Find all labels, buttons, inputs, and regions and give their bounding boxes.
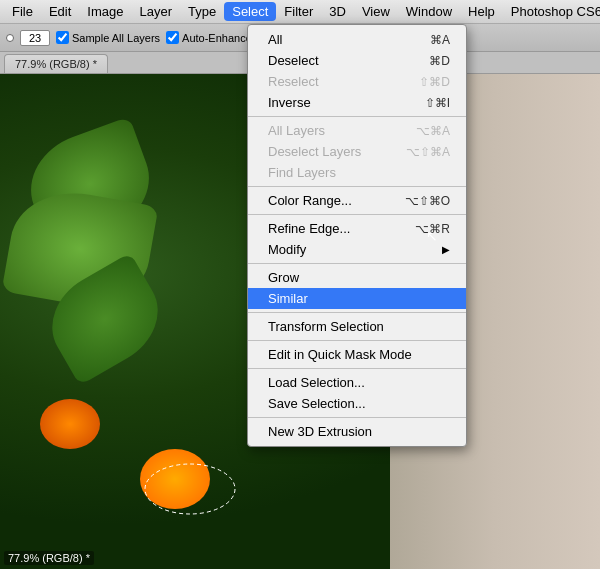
menu-item-save-selection-label: Save Selection... — [268, 396, 366, 411]
menu-3d[interactable]: 3D — [321, 2, 354, 21]
menu-item-inverse-shortcut: ⇧⌘I — [425, 96, 450, 110]
separator-6 — [248, 340, 466, 341]
menu-help[interactable]: Help — [460, 2, 503, 21]
menu-item-all-layers: All Layers ⌥⌘A — [248, 120, 466, 141]
menu-item-refine-edge-label: Refine Edge... — [268, 221, 350, 236]
tool-icon — [6, 34, 14, 42]
svg-point-0 — [145, 464, 235, 514]
menu-item-deselect-layers: Deselect Layers ⌥⇧⌘A — [248, 141, 466, 162]
menu-item-deselect-shortcut: ⌘D — [429, 54, 450, 68]
separator-7 — [248, 368, 466, 369]
menu-item-find-layers: Find Layers — [248, 162, 466, 183]
menu-item-grow[interactable]: Grow — [248, 267, 466, 288]
menu-item-reselect-label: Reselect — [268, 74, 319, 89]
menu-item-quick-mask[interactable]: Edit in Quick Mask Mode — [248, 344, 466, 365]
menu-item-load-selection-label: Load Selection... — [268, 375, 365, 390]
menu-item-similar-label: Similar — [268, 291, 308, 306]
menu-item-inverse-label: Inverse — [268, 95, 311, 110]
menu-item-new-3d-extrusion[interactable]: New 3D Extrusion — [248, 421, 466, 442]
menu-item-all-layers-shortcut: ⌥⌘A — [416, 124, 450, 138]
app-title: Photoshop CS6 — [503, 2, 600, 21]
menu-item-find-layers-label: Find Layers — [268, 165, 336, 180]
submenu-arrow-icon: ▶ — [442, 244, 450, 255]
menu-item-transform-selection-label: Transform Selection — [268, 319, 384, 334]
menu-item-save-selection[interactable]: Save Selection... — [248, 393, 466, 414]
separator-1 — [248, 116, 466, 117]
menu-item-quick-mask-label: Edit in Quick Mask Mode — [268, 347, 412, 362]
menu-item-all[interactable]: All ⌘A — [248, 29, 466, 50]
menu-item-all-layers-label: All Layers — [268, 123, 325, 138]
menu-edit[interactable]: Edit — [41, 2, 79, 21]
menu-view[interactable]: View — [354, 2, 398, 21]
selection-indicator — [140, 459, 240, 519]
separator-4 — [248, 263, 466, 264]
menu-item-deselect-layers-label: Deselect Layers — [268, 144, 361, 159]
menu-file[interactable]: File — [4, 2, 41, 21]
menu-item-all-label: All — [268, 32, 282, 47]
brush-size[interactable]: 23 — [20, 30, 50, 46]
menu-select[interactable]: Select — [224, 2, 276, 21]
menu-item-all-shortcut: ⌘A — [430, 33, 450, 47]
menu-filter[interactable]: Filter — [276, 2, 321, 21]
menu-item-color-range-label: Color Range... — [268, 193, 352, 208]
zoom-indicator: 77.9% (RGB/8) * — [4, 551, 94, 565]
menu-type[interactable]: Type — [180, 2, 224, 21]
menu-item-inverse[interactable]: Inverse ⇧⌘I — [248, 92, 466, 113]
menu-item-new-3d-extrusion-label: New 3D Extrusion — [268, 424, 372, 439]
menu-item-grow-label: Grow — [268, 270, 299, 285]
menu-window[interactable]: Window — [398, 2, 460, 21]
separator-2 — [248, 186, 466, 187]
auto-enhance[interactable]: Auto-Enhance — [166, 31, 252, 44]
separator-8 — [248, 417, 466, 418]
menu-item-deselect[interactable]: Deselect ⌘D — [248, 50, 466, 71]
separator-5 — [248, 312, 466, 313]
menu-item-load-selection[interactable]: Load Selection... — [248, 372, 466, 393]
menu-item-deselect-layers-shortcut: ⌥⇧⌘A — [406, 145, 450, 159]
menu-layer[interactable]: Layer — [132, 2, 181, 21]
cursor-icon: ↖ — [426, 228, 438, 244]
menu-image[interactable]: Image — [79, 2, 131, 21]
menu-item-color-range-shortcut: ⌥⇧⌘O — [405, 194, 450, 208]
menu-item-transform-selection[interactable]: Transform Selection — [248, 316, 466, 337]
menu-item-modify-label: Modify — [268, 242, 306, 257]
menu-item-similar[interactable]: Similar ↖ — [248, 288, 466, 309]
canvas-tab[interactable]: 77.9% (RGB/8) * — [4, 54, 108, 73]
menu-item-color-range[interactable]: Color Range... ⌥⇧⌘O — [248, 190, 466, 211]
flower-decoration-1 — [40, 399, 100, 449]
sample-all-layers[interactable]: Sample All Layers — [56, 31, 160, 44]
menu-bar: File Edit Image Layer Type Select Filter… — [0, 0, 600, 24]
menu-item-reselect: Reselect ⇧⌘D — [248, 71, 466, 92]
menu-item-reselect-shortcut: ⇧⌘D — [419, 75, 450, 89]
menu-item-deselect-label: Deselect — [268, 53, 319, 68]
select-menu: All ⌘A Deselect ⌘D Reselect ⇧⌘D Inverse … — [247, 24, 467, 447]
separator-3 — [248, 214, 466, 215]
